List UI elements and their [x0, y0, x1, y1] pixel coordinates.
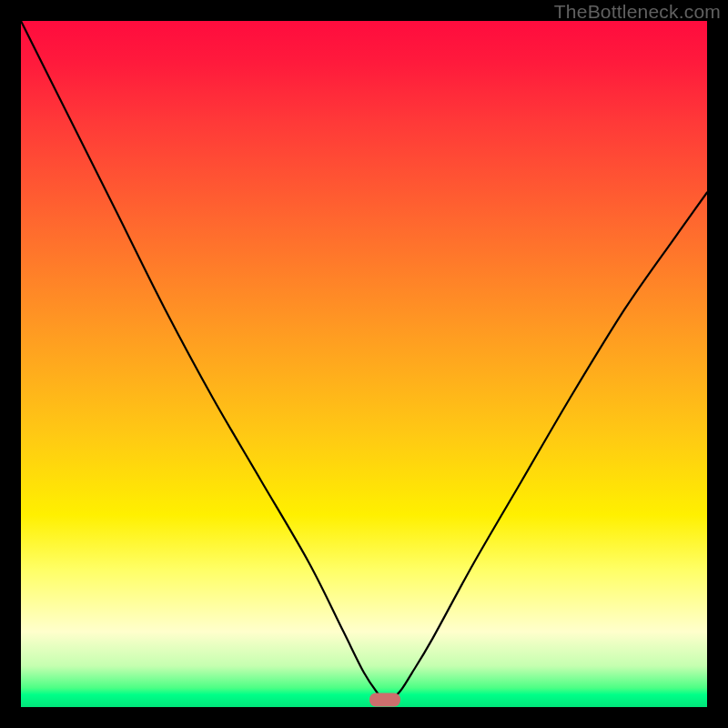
plot-area	[21, 21, 707, 707]
minimum-marker	[369, 693, 400, 707]
bottleneck-curve	[21, 21, 707, 701]
curve-layer	[21, 21, 707, 707]
chart-frame: TheBottleneck.com	[0, 0, 728, 728]
watermark-text: TheBottleneck.com	[554, 1, 721, 23]
